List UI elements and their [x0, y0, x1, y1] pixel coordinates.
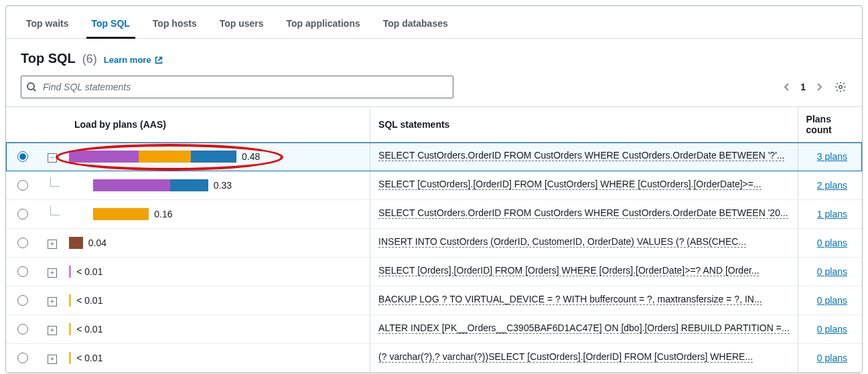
plans-link[interactable]: 0 plans	[817, 353, 847, 363]
bar-segment	[191, 151, 236, 163]
plans-link[interactable]: 0 plans	[817, 238, 847, 248]
table-row[interactable]: +< 0.01SELECT [Orders].[OrderID] FROM [O…	[6, 258, 862, 286]
sql-statement-link[interactable]: ALTER INDEX [PK__Orders__C3905BAF6D1AC47…	[378, 322, 790, 334]
plans-link[interactable]: 0 plans	[817, 266, 847, 277]
pager-prev[interactable]	[780, 80, 794, 94]
sql-statement-link[interactable]: (? varchar(?),? varchar(?))SELECT [CustO…	[378, 351, 753, 363]
plans-link[interactable]: 2 plans	[817, 180, 847, 191]
tab-bar: Top waitsTop SQLTop hostsTop usersTop ap…	[6, 6, 862, 39]
sql-statement-link[interactable]: INSERT INTO CustOrders (OrderID, Custome…	[378, 236, 746, 248]
bar-segment	[69, 352, 71, 364]
search-input[interactable]	[21, 76, 453, 98]
row-radio[interactable]	[17, 353, 28, 363]
bar-segment	[69, 237, 83, 249]
table-row[interactable]: +< 0.01(? varchar(?),? varchar(?))SELECT…	[6, 344, 862, 373]
load-value: 0.33	[214, 180, 232, 191]
search-icon	[26, 82, 37, 92]
expand-icon[interactable]: +	[48, 326, 57, 335]
load-bar: 0.04	[69, 237, 362, 249]
learn-more-link[interactable]: Learn more	[104, 55, 163, 65]
col-load[interactable]: Load by plans (AAS)	[66, 107, 370, 143]
tab-top-waits[interactable]: Top waits	[21, 13, 74, 38]
row-radio[interactable]	[17, 151, 28, 162]
table-row[interactable]: +< 0.01BACKUP LOG ? TO VIRTUAL_DEVICE = …	[6, 286, 862, 315]
tab-top-hosts[interactable]: Top hosts	[147, 13, 202, 38]
plans-link[interactable]: 3 plans	[817, 151, 847, 162]
load-bar: 0.33	[69, 179, 362, 191]
search-wrapper	[21, 76, 453, 98]
row-radio[interactable]	[17, 324, 28, 335]
expand-icon[interactable]: +	[48, 268, 57, 278]
plans-link[interactable]: 0 plans	[817, 324, 847, 335]
bar-segment	[93, 208, 149, 220]
toolbar: 1	[6, 73, 862, 106]
settings-gear-icon[interactable]	[834, 80, 847, 94]
tab-top-sql[interactable]: Top SQL	[86, 13, 135, 39]
load-bar: < 0.01	[69, 352, 362, 364]
load-value: < 0.01	[76, 266, 102, 277]
bar-segment	[139, 151, 191, 163]
row-radio[interactable]	[17, 266, 28, 277]
bar-segment	[93, 179, 170, 191]
sql-statement-link[interactable]: SELECT CustOrders.OrderID FROM CustOrder…	[378, 207, 788, 219]
col-plans[interactable]: Plans count	[798, 107, 862, 143]
bar-segment	[69, 266, 71, 278]
panel-header: Top SQL (6) Learn more	[6, 39, 862, 73]
col-sql[interactable]: SQL statements	[370, 107, 798, 143]
bar-segment	[69, 151, 139, 163]
sql-statement-link[interactable]: SELECT [CustOrders].[OrderID] FROM [Cust…	[378, 179, 762, 190]
bar-segment	[69, 294, 71, 306]
load-value: < 0.01	[76, 295, 102, 306]
sql-statement-link[interactable]: BACKUP LOG ? TO VIRTUAL_DEVICE = ? WITH …	[378, 294, 762, 305]
row-radio[interactable]	[17, 295, 28, 306]
row-radio[interactable]	[17, 238, 28, 248]
table-row[interactable]: 0.33SELECT [CustOrders].[OrderID] FROM […	[6, 171, 862, 200]
learn-more-label: Learn more	[104, 55, 151, 65]
tree-connector-icon	[50, 206, 60, 215]
load-value: < 0.01	[76, 324, 102, 335]
sql-statement-link[interactable]: SELECT CustOrders.OrderID FROM CustOrder…	[378, 150, 784, 161]
expand-icon[interactable]: +	[48, 355, 57, 364]
plans-link[interactable]: 0 plans	[817, 295, 847, 306]
tab-top-users[interactable]: Top users	[214, 13, 269, 38]
pager-current: 1	[800, 82, 806, 92]
load-bar: < 0.01	[69, 323, 362, 335]
bar-segment	[170, 179, 208, 191]
bar-segment	[69, 323, 71, 335]
svg-point-0	[27, 83, 34, 90]
plans-link[interactable]: 1 plans	[817, 209, 847, 219]
table-row[interactable]: 0.16SELECT CustOrders.OrderID FROM CustO…	[6, 200, 862, 229]
table-row[interactable]: +0.04INSERT INTO CustOrders (OrderID, Cu…	[6, 229, 862, 258]
load-value: 0.48	[242, 151, 260, 162]
top-sql-panel: Top waitsTop SQLTop hostsTop usersTop ap…	[5, 5, 863, 373]
sql-statement-link[interactable]: SELECT [Orders].[OrderID] FROM [Orders] …	[378, 265, 759, 276]
load-value: < 0.01	[76, 353, 102, 363]
expand-icon[interactable]: +	[48, 240, 57, 249]
pager-next[interactable]	[812, 80, 826, 94]
load-bar: < 0.01	[69, 266, 362, 278]
load-bar: < 0.01	[69, 294, 362, 306]
result-count: (6)	[82, 52, 97, 66]
table-row[interactable]: −0.48SELECT CustOrders.OrderID FROM Cust…	[6, 143, 862, 171]
top-sql-table: Load by plans (AAS) SQL statements Plans…	[6, 106, 862, 373]
tab-top-databases[interactable]: Top databases	[378, 13, 453, 38]
row-radio[interactable]	[17, 209, 28, 219]
page-title: Top SQL	[21, 51, 76, 66]
load-bar: 0.48	[69, 151, 362, 163]
load-bar: 0.16	[69, 208, 362, 220]
external-link-icon	[154, 56, 163, 65]
collapse-icon[interactable]: −	[48, 153, 57, 163]
tab-top-applications[interactable]: Top applications	[281, 13, 366, 38]
pager: 1	[780, 80, 826, 94]
svg-point-1	[839, 86, 843, 89]
load-value: 0.04	[88, 238, 106, 248]
tree-connector-icon	[50, 177, 60, 187]
load-value: 0.16	[154, 209, 172, 219]
expand-icon[interactable]: +	[48, 297, 57, 306]
row-radio[interactable]	[17, 180, 28, 191]
table-row[interactable]: +< 0.01ALTER INDEX [PK__Orders__C3905BAF…	[6, 315, 862, 344]
